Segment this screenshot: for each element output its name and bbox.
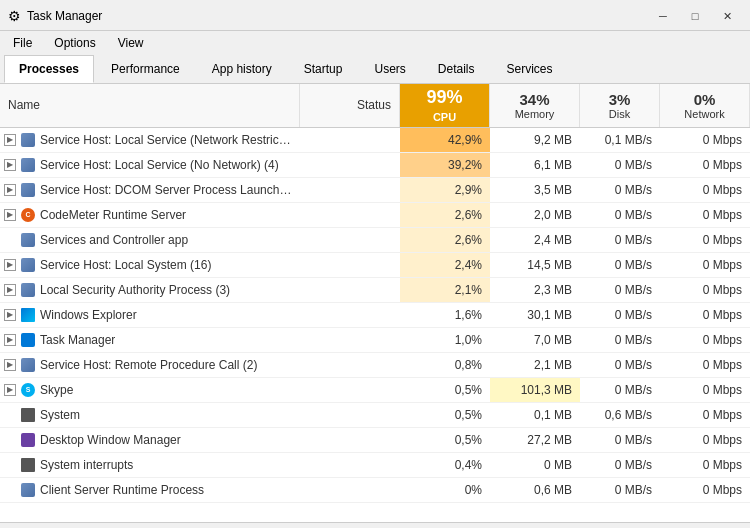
cell-disk: 0 MB/s xyxy=(580,378,660,402)
process-table: ▶ Service Host: Local Service (Network R… xyxy=(0,128,750,522)
cell-memory: 2,1 MB xyxy=(490,353,580,377)
process-name: Service Host: Local System (16) xyxy=(40,258,211,272)
cell-network: 0 Mbps xyxy=(660,128,750,152)
col-status[interactable]: Status xyxy=(300,84,400,127)
cell-name: Desktop Window Manager xyxy=(0,428,300,452)
col-cpu[interactable]: 99% CPU xyxy=(400,84,490,127)
menu-options[interactable]: Options xyxy=(45,33,104,53)
process-name: Service Host: DCOM Server Process Launch… xyxy=(40,183,292,197)
expand-button[interactable]: ▶ xyxy=(4,309,16,321)
cell-network: 0 Mbps xyxy=(660,228,750,252)
menu-file[interactable]: File xyxy=(4,33,41,53)
cell-cpu: 0,4% xyxy=(400,453,490,477)
footer: ▲ Fewer details End task xyxy=(0,522,750,528)
cell-network: 0 Mbps xyxy=(660,378,750,402)
cell-memory: 101,3 MB xyxy=(490,378,580,402)
table-row[interactable]: Services and Controller app 2,6% 2,4 MB … xyxy=(0,228,750,253)
cell-memory: 0 MB xyxy=(490,453,580,477)
cell-network: 0 Mbps xyxy=(660,153,750,177)
cell-disk: 0 MB/s xyxy=(580,253,660,277)
cell-cpu: 0,5% xyxy=(400,378,490,402)
table-row[interactable]: ▶ Task Manager 1,0% 7,0 MB 0 MB/s 0 Mbps xyxy=(0,328,750,353)
expand-button[interactable]: ▶ xyxy=(4,184,16,196)
table-row[interactable]: ▶ Service Host: Local System (16) 2,4% 1… xyxy=(0,253,750,278)
expand-button[interactable]: ▶ xyxy=(4,259,16,271)
tab-users[interactable]: Users xyxy=(359,55,420,83)
cell-status xyxy=(300,128,400,152)
cell-network: 0 Mbps xyxy=(660,178,750,202)
title-bar: ⚙ Task Manager ─ □ ✕ xyxy=(0,0,750,31)
table-row[interactable]: ▶ Service Host: Local Service (No Networ… xyxy=(0,153,750,178)
table-row[interactable]: ▶ Service Host: Local Service (Network R… xyxy=(0,128,750,153)
minimize-button[interactable]: ─ xyxy=(648,6,678,26)
cell-status xyxy=(300,303,400,327)
cell-memory: 14,5 MB xyxy=(490,253,580,277)
tab-performance[interactable]: Performance xyxy=(96,55,195,83)
expand-button[interactable]: ▶ xyxy=(4,384,16,396)
main-content: Name Status 99% CPU 34% Memory 3% Disk 0… xyxy=(0,84,750,522)
expand-button[interactable]: ▶ xyxy=(4,284,16,296)
close-button[interactable]: ✕ xyxy=(712,6,742,26)
cell-disk: 0 MB/s xyxy=(580,278,660,302)
cell-name: ▶ Service Host: Local Service (No Networ… xyxy=(0,153,300,177)
table-row[interactable]: ▶ C CodeMeter Runtime Server 2,6% 2,0 MB… xyxy=(0,203,750,228)
cell-disk: 0 MB/s xyxy=(580,478,660,502)
col-network[interactable]: 0% Network xyxy=(660,84,750,127)
expand-button[interactable]: ▶ xyxy=(4,359,16,371)
cell-memory: 2,3 MB xyxy=(490,278,580,302)
process-name: Service Host: Local Service (Network Res… xyxy=(40,133,292,147)
expand-button[interactable]: ▶ xyxy=(4,159,16,171)
cell-network: 0 Mbps xyxy=(660,328,750,352)
cell-disk: 0 MB/s xyxy=(580,428,660,452)
cell-cpu: 0% xyxy=(400,478,490,502)
cell-cpu: 2,6% xyxy=(400,203,490,227)
cell-disk: 0 MB/s xyxy=(580,328,660,352)
menu-view[interactable]: View xyxy=(109,33,153,53)
process-icon xyxy=(20,182,36,198)
tab-app-history[interactable]: App history xyxy=(197,55,287,83)
tab-services[interactable]: Services xyxy=(492,55,568,83)
table-row[interactable]: ▶ Windows Explorer 1,6% 30,1 MB 0 MB/s 0… xyxy=(0,303,750,328)
col-memory[interactable]: 34% Memory xyxy=(490,84,580,127)
process-name: System xyxy=(40,408,80,422)
tab-details[interactable]: Details xyxy=(423,55,490,83)
cell-name: ▶ Task Manager xyxy=(0,328,300,352)
expand-button[interactable]: ▶ xyxy=(4,334,16,346)
process-name: Client Server Runtime Process xyxy=(40,483,204,497)
table-row[interactable]: Client Server Runtime Process 0% 0,6 MB … xyxy=(0,478,750,503)
table-row[interactable]: Desktop Window Manager 0,5% 27,2 MB 0 MB… xyxy=(0,428,750,453)
cell-name: ▶ Service Host: DCOM Server Process Laun… xyxy=(0,178,300,202)
cell-name: ▶ Service Host: Local Service (Network R… xyxy=(0,128,300,152)
cell-network: 0 Mbps xyxy=(660,453,750,477)
maximize-button[interactable]: □ xyxy=(680,6,710,26)
expand-button[interactable]: ▶ xyxy=(4,134,16,146)
process-name: Windows Explorer xyxy=(40,308,137,322)
cell-status xyxy=(300,153,400,177)
process-icon xyxy=(20,457,36,473)
tab-startup[interactable]: Startup xyxy=(289,55,358,83)
tab-bar: Processes Performance App history Startu… xyxy=(0,55,750,84)
cell-cpu: 2,6% xyxy=(400,228,490,252)
table-row[interactable]: ▶ Service Host: Remote Procedure Call (2… xyxy=(0,353,750,378)
title-bar-left: ⚙ Task Manager xyxy=(8,8,102,24)
table-row[interactable]: System interrupts 0,4% 0 MB 0 MB/s 0 Mbp… xyxy=(0,453,750,478)
expand-button[interactable]: ▶ xyxy=(4,209,16,221)
tab-processes[interactable]: Processes xyxy=(4,55,94,83)
process-icon: C xyxy=(20,207,36,223)
table-row[interactable]: ▶ S Skype 0,5% 101,3 MB 0 MB/s 0 Mbps xyxy=(0,378,750,403)
process-icon xyxy=(20,482,36,498)
table-row[interactable]: System 0,5% 0,1 MB 0,6 MB/s 0 Mbps xyxy=(0,403,750,428)
col-name[interactable]: Name xyxy=(0,84,300,127)
cell-disk: 0,1 MB/s xyxy=(580,128,660,152)
cell-name: System interrupts xyxy=(0,453,300,477)
cell-cpu: 1,0% xyxy=(400,328,490,352)
process-icon: S xyxy=(20,382,36,398)
cell-cpu: 2,1% xyxy=(400,278,490,302)
cell-memory: 0,6 MB xyxy=(490,478,580,502)
cell-cpu: 1,6% xyxy=(400,303,490,327)
col-disk[interactable]: 3% Disk xyxy=(580,84,660,127)
table-row[interactable]: ▶ Service Host: DCOM Server Process Laun… xyxy=(0,178,750,203)
table-row[interactable]: ▶ Local Security Authority Process (3) 2… xyxy=(0,278,750,303)
cell-network: 0 Mbps xyxy=(660,253,750,277)
cell-disk: 0 MB/s xyxy=(580,178,660,202)
